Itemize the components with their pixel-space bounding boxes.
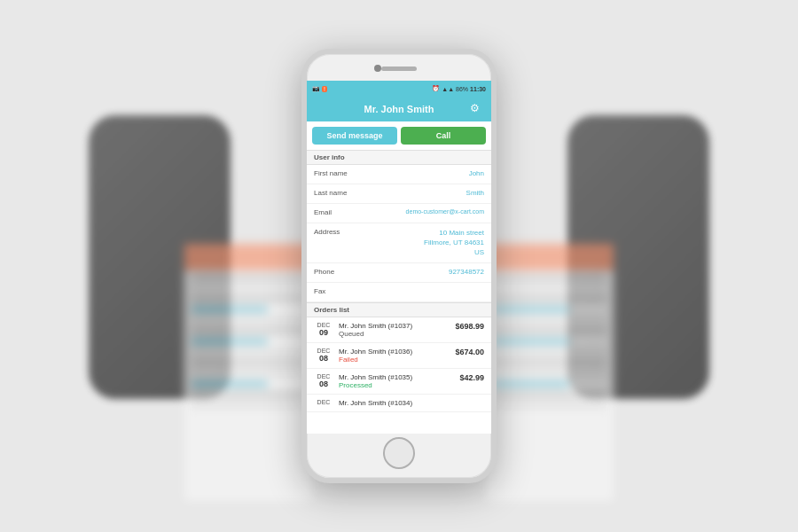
address-row: Address 10 Main streetFillmore, UT 84631… [307, 223, 491, 263]
order-item-1035[interactable]: DEC 08 Mr. John Smith (#1035) Processed … [307, 369, 491, 395]
order-info-1034: Mr. John Smith (#1034) [339, 399, 445, 407]
order-name-1035: Mr. John Smith (#1035) [339, 373, 445, 381]
background-screen-right [486, 244, 614, 501]
call-button[interactable]: Call [401, 127, 486, 145]
address-value: 10 Main streetFillmore, UT 84631US [363, 228, 484, 258]
phone-screen: 📷 ! ⏰ ▲▲ 86% 11:30 Mr. John Smith ⚙ Send… [307, 81, 491, 434]
phone-row: Phone 927348572 [307, 263, 491, 283]
first-name-value: John [363, 169, 484, 177]
phone-camera [374, 65, 381, 72]
order-month-1036: DEC [317, 348, 331, 354]
first-name-label: First name [314, 169, 363, 177]
action-buttons: Send message Call [307, 121, 491, 150]
phone-label: Phone [314, 268, 363, 276]
order-item-1037[interactable]: DEC 09 Mr. John Smith (#1037) Queued $69… [307, 317, 491, 343]
status-bar: 📷 ! ⏰ ▲▲ 86% 11:30 [307, 81, 491, 97]
email-label: Email [314, 208, 363, 216]
email-value: demo-customer@x-cart.com [363, 208, 484, 215]
status-left-icons: 📷 ! [312, 85, 327, 92]
send-message-button[interactable]: Send message [312, 127, 397, 145]
background-phone-left [89, 115, 231, 399]
background-screen-left [184, 244, 312, 501]
time-display: 11:30 [470, 86, 486, 92]
order-name-1034: Mr. John Smith (#1034) [339, 399, 445, 407]
last-name-value: Smith [363, 189, 484, 197]
order-name-1036: Mr. John Smith (#1036) [339, 348, 445, 356]
order-amount-1035: $42.99 [450, 373, 484, 382]
phone-value: 927348572 [363, 268, 484, 276]
home-button[interactable] [383, 437, 415, 469]
orders-list-section-header: Orders list [307, 302, 491, 317]
order-date-1034: DEC [314, 399, 333, 405]
notification-icon: 📷 [312, 85, 320, 92]
order-date-1036: DEC 08 [314, 348, 333, 363]
order-info-1037: Mr. John Smith (#1037) Queued [339, 322, 445, 338]
fax-row: Fax [307, 283, 491, 302]
order-day-1037: 09 [319, 328, 328, 337]
order-date-1037: DEC 09 [314, 322, 333, 337]
main-phone: 📷 ! ⏰ ▲▲ 86% 11:30 Mr. John Smith ⚙ Send… [301, 49, 497, 483]
last-name-row: Last name Smith [307, 184, 491, 204]
order-info-1036: Mr. John Smith (#1036) Failed [339, 348, 445, 364]
last-name-label: Last name [314, 189, 363, 197]
order-day-1035: 08 [319, 379, 328, 388]
header-bar: Mr. John Smith ⚙ [307, 97, 491, 121]
order-info-1035: Mr. John Smith (#1035) Processed [339, 373, 445, 389]
order-day-1036: 08 [319, 354, 328, 363]
order-status-1035: Processed [339, 381, 445, 389]
user-info-section-header: User info [307, 150, 491, 165]
status-right-icons: ⏰ ▲▲ 86% 11:30 [432, 85, 486, 92]
fax-label: Fax [314, 287, 363, 295]
alarm-icon: ⏰ [432, 85, 440, 92]
email-row: Email demo-customer@x-cart.com [307, 204, 491, 223]
phone-speaker [381, 66, 417, 71]
settings-icon[interactable]: ⚙ [470, 102, 484, 116]
contact-name: Mr. John Smith [328, 104, 470, 114]
alert-icon: ! [322, 86, 327, 92]
order-status-1037: Queued [339, 330, 445, 338]
order-month-1035: DEC [317, 373, 331, 379]
order-amount-1036: $674.00 [450, 348, 484, 356]
scroll-area[interactable]: User info First name John Last name Smit… [307, 150, 491, 434]
battery-level: 86% [456, 86, 468, 92]
order-status-1036: Failed [339, 356, 445, 364]
order-item-1036[interactable]: DEC 08 Mr. John Smith (#1036) Failed $67… [307, 343, 491, 369]
order-month-1037: DEC [317, 322, 331, 328]
order-name-1037: Mr. John Smith (#1037) [339, 322, 445, 330]
wifi-icon: ▲▲ [442, 86, 454, 92]
background-phone-right [567, 115, 709, 399]
order-month-1034: DEC [317, 399, 331, 405]
order-date-1035: DEC 08 [314, 373, 333, 388]
order-item-1034[interactable]: DEC Mr. John Smith (#1034) [307, 395, 491, 412]
first-name-row: First name John [307, 165, 491, 184]
address-label: Address [314, 228, 363, 236]
order-amount-1037: $698.99 [450, 322, 484, 331]
